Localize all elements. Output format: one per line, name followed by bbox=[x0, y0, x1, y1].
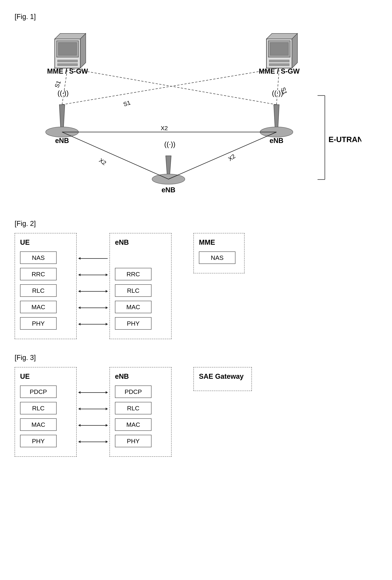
fig3-phy-conn bbox=[77, 434, 109, 450]
fig2-rrc-arrow bbox=[79, 275, 108, 275]
svg-rect-5 bbox=[58, 60, 78, 62]
fig1-diagram: MME / S-GW MME / S-GW ((·)) eNB ((·)) bbox=[15, 26, 361, 205]
fig2-enb-phy-row: PHY bbox=[115, 317, 166, 330]
fig1-section: [Fig. 1] MME / S-GW bbox=[15, 13, 377, 205]
fig3-ue-box: UE PDCP RLC MAC PHY bbox=[15, 367, 77, 457]
fig3-mac-arrow bbox=[79, 425, 108, 426]
svg-rect-6 bbox=[58, 64, 78, 66]
fig3-enb-mac-row: MAC bbox=[115, 418, 166, 431]
fig2-section: [Fig. 2] UE NAS RRC RLC MAC PHY bbox=[15, 220, 377, 339]
fig2-ue-rlc: RLC bbox=[20, 284, 57, 297]
fig3-mac-conn bbox=[77, 417, 109, 434]
e-utran-label: E-UTRAN bbox=[328, 135, 361, 144]
svg-text:S1: S1 bbox=[53, 80, 62, 89]
svg-marker-15 bbox=[59, 105, 65, 128]
fig2-enb-mac: MAC bbox=[115, 301, 151, 313]
fig2-enb-title: eNB bbox=[115, 239, 166, 246]
fig2-diagram: UE NAS RRC RLC MAC PHY bbox=[15, 233, 377, 339]
x2-label-left: X2 bbox=[98, 157, 107, 166]
fig2-mac-arrow bbox=[79, 307, 108, 308]
fig2-ue-phy-row: PHY bbox=[20, 317, 71, 330]
fig3-ue-mac-row: MAC bbox=[20, 418, 71, 431]
fig3-sae-title: SAE Gateway bbox=[199, 373, 246, 380]
fig2-ue-mac: MAC bbox=[20, 301, 57, 313]
enb-center-label: eNB bbox=[162, 186, 175, 194]
svg-rect-9 bbox=[270, 42, 288, 55]
fig3-enb-phy-row: PHY bbox=[115, 435, 166, 447]
fig2-rrc-conn bbox=[77, 267, 109, 283]
fig2-enb-box: eNB RRC RLC MAC PHY bbox=[109, 233, 172, 339]
fig2-mme-title: MME bbox=[199, 239, 239, 246]
fig2-enb-rrc-row: RRC bbox=[115, 268, 166, 280]
fig3-enb-title: eNB bbox=[115, 373, 166, 380]
fig2-phy-arrow bbox=[79, 324, 108, 324]
s1-line-left-to-right-mme bbox=[62, 68, 279, 105]
svg-marker-18 bbox=[274, 105, 279, 128]
fig2-enb-rrc: RRC bbox=[115, 268, 151, 280]
fig2-enb-rlc-row: RLC bbox=[115, 284, 166, 297]
svg-marker-21 bbox=[166, 156, 171, 176]
fig2-nas-arrow bbox=[79, 258, 108, 259]
fig2-nas-conn bbox=[77, 250, 109, 267]
fig2-mme-box: MME NAS bbox=[194, 233, 245, 273]
fig3-diagram: UE PDCP RLC MAC PHY bbox=[15, 367, 377, 457]
fig3-enb-rlc: RLC bbox=[115, 402, 151, 414]
fig2-rlc-arrow bbox=[79, 291, 108, 292]
svg-rect-2 bbox=[58, 42, 77, 55]
fig3-enb-mac: MAC bbox=[115, 418, 151, 431]
fig3-ue-rlc: RLC bbox=[20, 402, 57, 414]
x2-label-right: X2 bbox=[227, 153, 236, 162]
fig2-ue-title: UE bbox=[20, 239, 71, 246]
fig3-enb-pdcp-row: PDCP bbox=[115, 386, 166, 398]
fig2-ue-mac-row: MAC bbox=[20, 301, 71, 313]
svg-text:S1: S1 bbox=[122, 99, 131, 108]
fig2-enb-rlc: RLC bbox=[115, 284, 151, 297]
fig2-ue-nas-row: NAS bbox=[20, 252, 71, 264]
fig2-mac-conn bbox=[77, 299, 109, 316]
fig3-enb-box: eNB PDCP RLC MAC PHY bbox=[109, 367, 172, 457]
fig3-ue-pdcp: PDCP bbox=[20, 386, 57, 398]
fig3-arrows-ue-enb bbox=[77, 367, 109, 450]
fig3-rlc-conn bbox=[77, 401, 109, 417]
fig2-ue-nas: NAS bbox=[20, 252, 57, 264]
fig2-ue-rrc-row: RRC bbox=[20, 268, 71, 280]
svg-marker-4 bbox=[80, 33, 86, 68]
fig3-ue-phy: PHY bbox=[20, 435, 57, 447]
x2-line-right-center bbox=[168, 132, 277, 179]
fig2-ue-box: UE NAS RRC RLC MAC PHY bbox=[15, 233, 77, 339]
svg-rect-13 bbox=[269, 64, 289, 66]
fig2-ue-rrc: RRC bbox=[20, 268, 57, 280]
fig2-mme-nas: NAS bbox=[199, 252, 235, 264]
fig3-rlc-arrow bbox=[79, 409, 108, 409]
fig1-label: [Fig. 1] bbox=[15, 13, 377, 21]
svg-text:((·)): ((·)) bbox=[164, 141, 175, 148]
fig2-phy-conn bbox=[77, 316, 109, 332]
enb-right-label: eNB bbox=[270, 137, 284, 145]
fig2-enb-nas-spacer bbox=[115, 252, 166, 268]
fig3-ue-pdcp-row: PDCP bbox=[20, 386, 71, 398]
fig3-enb-pdcp: PDCP bbox=[115, 386, 151, 398]
fig3-ue-title: UE bbox=[20, 373, 71, 380]
svg-text:((·)): ((·)) bbox=[58, 89, 69, 97]
fig3-ue-phy-row: PHY bbox=[20, 435, 71, 447]
fig3-section: [Fig. 3] UE PDCP RLC MAC PHY bbox=[15, 354, 377, 457]
fig3-label: [Fig. 3] bbox=[15, 354, 377, 362]
mme-sgw-left-label: MME / S-GW bbox=[47, 67, 88, 75]
fig2-mme-nas-row: NAS bbox=[199, 252, 239, 264]
enb-left-label: eNB bbox=[55, 137, 69, 145]
fig3-pdcp-arrow bbox=[79, 392, 108, 393]
fig3-sae-box: SAE Gateway bbox=[194, 367, 252, 391]
fig3-enb-rlc-row: RLC bbox=[115, 402, 166, 414]
fig2-label: [Fig. 2] bbox=[15, 220, 377, 228]
fig1-svg: MME / S-GW MME / S-GW ((·)) eNB ((·)) bbox=[15, 26, 361, 205]
fig3-enb-phy: PHY bbox=[115, 435, 151, 447]
x2-line-left-center bbox=[62, 132, 168, 179]
fig3-ue-rlc-row: RLC bbox=[20, 402, 71, 414]
fig2-ue-rlc-row: RLC bbox=[20, 284, 71, 297]
svg-marker-11 bbox=[292, 33, 297, 68]
svg-rect-12 bbox=[269, 60, 289, 62]
fig2-ue-phy: PHY bbox=[20, 317, 57, 330]
s1-line-right-to-left-mme bbox=[68, 68, 277, 105]
fig3-pdcp-conn bbox=[77, 384, 109, 401]
mme-sgw-right-label: MME / S-GW bbox=[259, 67, 300, 75]
